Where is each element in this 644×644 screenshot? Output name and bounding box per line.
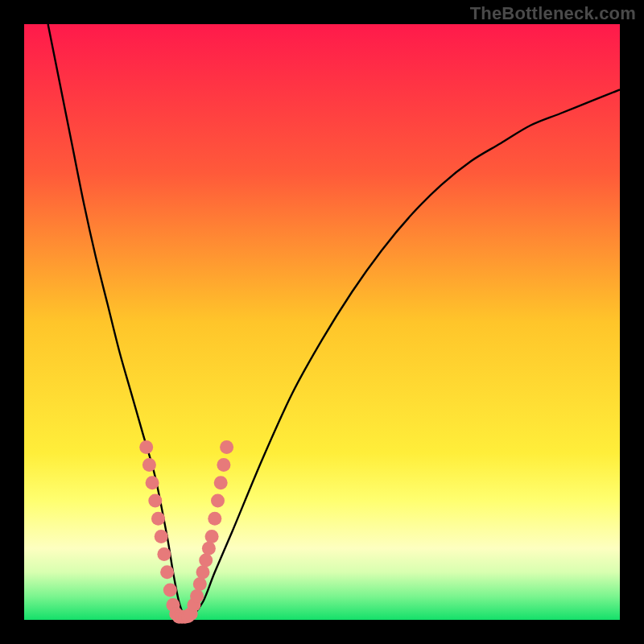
- data-point: [151, 512, 165, 526]
- data-point: [214, 476, 228, 489]
- bottleneck-chart: [0, 0, 644, 644]
- data-point: [217, 458, 230, 472]
- plot-background: [24, 24, 620, 620]
- data-point: [202, 542, 216, 555]
- data-point: [146, 476, 159, 489]
- data-point: [196, 565, 210, 579]
- data-point: [148, 494, 162, 508]
- data-point: [220, 440, 233, 454]
- data-point: [205, 530, 219, 543]
- watermark-text: TheBottleneck.com: [470, 3, 636, 24]
- data-point: [163, 584, 177, 597]
- data-point: [199, 554, 213, 568]
- data-point: [155, 530, 168, 543]
- data-point: [142, 458, 156, 472]
- data-point: [157, 547, 171, 561]
- data-point: [139, 440, 153, 454]
- data-point: [208, 512, 221, 526]
- data-point: [190, 589, 204, 603]
- data-point: [160, 565, 174, 579]
- chart-frame: TheBottleneck.com: [0, 0, 644, 644]
- data-point: [193, 577, 207, 591]
- data-point: [211, 494, 225, 508]
